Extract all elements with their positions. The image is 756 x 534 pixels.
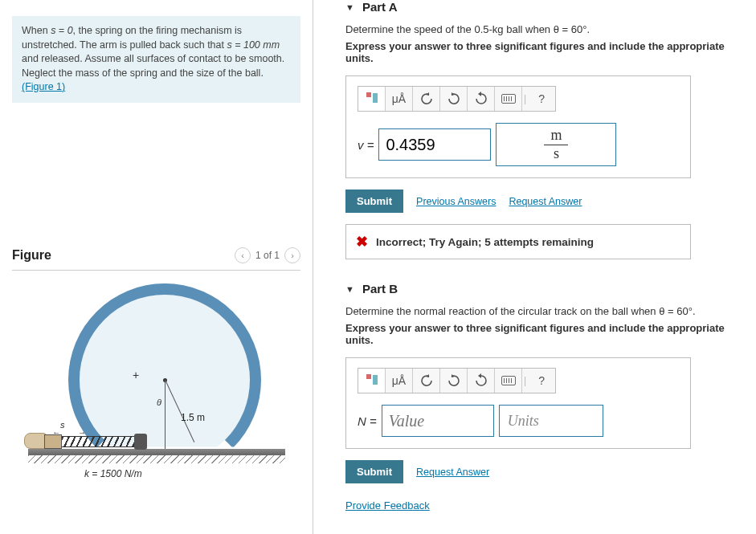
part-a-input-row: v = m s xyxy=(358,123,679,166)
part-b-header[interactable]: ▼ Part B xyxy=(345,282,740,296)
hand-icon xyxy=(24,433,47,449)
problem-statement: When s = 0, the spring on the firing mec… xyxy=(12,16,300,103)
part-a-prompt: Determine the speed of the 0.5-kg ball w… xyxy=(345,23,740,35)
unit-denominator: s xyxy=(544,145,568,163)
keyboard-icon xyxy=(501,376,516,385)
part-b-toolbar: μÅ | ? xyxy=(358,368,556,393)
figure-separator xyxy=(12,270,300,271)
svg-rect-0 xyxy=(366,92,371,97)
redo-button[interactable] xyxy=(440,369,468,393)
keyboard-icon xyxy=(501,94,516,104)
part-b-instruction: Express your answer to three significant… xyxy=(345,322,740,346)
template-fraction-button[interactable] xyxy=(358,369,386,393)
figure-scroll-area[interactable]: + θ 1.5 m ← s → k = 1500 N/m xyxy=(12,275,300,484)
part-a-toolbar: μÅ | ? xyxy=(358,86,556,112)
incorrect-icon: ✖ xyxy=(356,233,368,251)
part-b-request-answer-link[interactable]: Request Answer xyxy=(416,467,489,478)
keyboard-button[interactable] xyxy=(495,87,522,111)
figure-canvas: + θ 1.5 m ← s → k = 1500 N/m xyxy=(12,275,285,484)
part-b-input-row: N = Units xyxy=(358,405,679,437)
redo-button[interactable] xyxy=(440,87,468,111)
greek-letters-button[interactable]: μÅ xyxy=(386,369,413,393)
undo-button[interactable] xyxy=(413,369,440,393)
template-fraction-button[interactable] xyxy=(358,87,386,111)
part-a-answer-box: μÅ | ? v = m s xyxy=(345,75,691,178)
radius-label: 1.5 m xyxy=(181,412,205,423)
reset-button[interactable] xyxy=(468,87,495,111)
s-arrow-left-icon: ← xyxy=(52,428,60,437)
greek-letters-button[interactable]: μÅ xyxy=(386,87,413,111)
figure-prev-button[interactable]: ‹ xyxy=(235,247,251,263)
part-b-submit-row: Submit Request Answer xyxy=(345,460,740,483)
undo-button[interactable] xyxy=(413,87,440,111)
part-b-answer-box: μÅ | ? N = Units xyxy=(345,357,691,449)
toolbar-separator: | xyxy=(524,375,526,386)
help-button[interactable]: ? xyxy=(528,369,555,393)
plunger xyxy=(134,434,147,450)
s-arrow-right-icon: → xyxy=(78,428,86,437)
figure-title: Figure xyxy=(12,248,51,263)
keyboard-button[interactable] xyxy=(495,369,522,393)
feedback-text: Incorrect; Try Again; 5 attempts remaini… xyxy=(376,236,594,248)
part-b-prompt: Determine the normal reaction of the cir… xyxy=(345,305,740,317)
left-column: When s = 0, the spring on the firing mec… xyxy=(0,0,313,534)
reset-button[interactable] xyxy=(468,369,495,393)
radius-vertical-line xyxy=(165,380,166,449)
part-a-submit-row: Submit Previous Answers Request Answer xyxy=(345,190,740,213)
svg-rect-3 xyxy=(373,375,378,385)
part-a-header[interactable]: ▼ Part A xyxy=(345,0,740,14)
part-b-title: Part B xyxy=(362,282,398,296)
part-a-value-input[interactable] xyxy=(378,128,491,161)
part-a-units-box[interactable]: m s xyxy=(496,123,616,166)
figure-counter: 1 of 1 xyxy=(255,250,280,261)
part-b-submit-button[interactable]: Submit xyxy=(345,460,403,483)
theta-label: θ xyxy=(157,397,161,407)
part-a-instruction: Express your answer to three significant… xyxy=(345,40,740,64)
unit-numerator: m xyxy=(544,127,568,145)
problem-var-s0: s = 0 xyxy=(51,25,72,36)
problem-var-s100: s = 100 mm xyxy=(227,39,280,51)
part-b-units-input[interactable]: Units xyxy=(499,405,603,437)
caret-down-icon: ▼ xyxy=(345,2,354,12)
k-label: k = 1500 N/m xyxy=(84,468,142,479)
toolbar-separator: | xyxy=(524,93,526,104)
part-b-var-label: N = xyxy=(358,414,377,428)
problem-text-3: and released. Assume all surfaces of con… xyxy=(22,53,284,79)
center-cross-icon: + xyxy=(133,369,139,381)
part-a-var-label: v = xyxy=(358,138,374,152)
s-label: s xyxy=(60,420,65,430)
part-a-title: Part A xyxy=(362,0,398,14)
help-button[interactable]: ? xyxy=(528,87,555,111)
part-b-value-input[interactable] xyxy=(382,405,494,437)
provide-feedback-link[interactable]: Provide Feedback xyxy=(345,499,430,512)
caret-down-icon: ▼ xyxy=(345,284,354,294)
floor-hatch xyxy=(28,455,285,463)
figure-nav: ‹ 1 of 1 › xyxy=(235,247,300,263)
problem-text: When xyxy=(22,25,51,36)
figure-header: Figure ‹ 1 of 1 › xyxy=(12,247,300,263)
part-a-request-answer-link[interactable]: Request Answer xyxy=(509,196,582,207)
svg-rect-1 xyxy=(373,93,378,103)
previous-answers-link[interactable]: Previous Answers xyxy=(416,196,496,207)
figure-next-button[interactable]: › xyxy=(284,247,300,263)
figure-link[interactable]: (Figure 1) xyxy=(22,81,65,92)
svg-rect-2 xyxy=(366,374,371,379)
floor-surface xyxy=(28,449,285,455)
spring-coil xyxy=(62,436,134,447)
part-a-submit-button[interactable]: Submit xyxy=(345,190,403,213)
right-column: ▼ Part A Determine the speed of the 0.5-… xyxy=(313,0,756,534)
part-a-feedback: ✖ Incorrect; Try Again; 5 attempts remai… xyxy=(345,224,691,259)
